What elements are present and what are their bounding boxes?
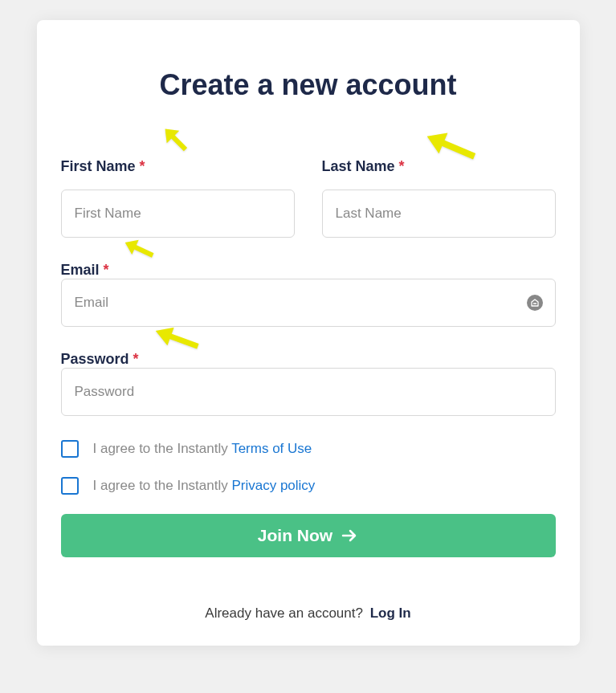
last-name-label: Last Name * <box>322 158 556 175</box>
footer: Already have an account? Log In <box>61 605 556 622</box>
password-label: Password * <box>61 351 139 367</box>
required-asterisk: * <box>104 262 109 278</box>
last-name-field: Last Name * <box>322 158 556 238</box>
terms-text: I agree to the Instantly Terms of Use <box>93 441 312 457</box>
terms-checkbox-row: I agree to the Instantly Terms of Use <box>61 440 556 458</box>
last-name-input[interactable] <box>322 190 556 238</box>
arrow-right-icon <box>341 527 358 544</box>
email-input-wrap <box>61 279 556 327</box>
annotation-arrow-icon <box>156 120 196 160</box>
required-asterisk: * <box>140 158 145 174</box>
first-name-field: First Name * <box>61 158 295 238</box>
privacy-checkbox-row: I agree to the Instantly Privacy policy <box>61 477 556 495</box>
password-input[interactable] <box>61 368 556 416</box>
privacy-checkbox[interactable] <box>61 477 79 495</box>
privacy-link[interactable]: Privacy policy <box>231 478 315 493</box>
email-input[interactable] <box>61 279 556 327</box>
terms-link[interactable]: Terms of Use <box>231 441 312 456</box>
terms-checkbox[interactable] <box>61 440 79 458</box>
password-field: Password * <box>61 351 556 416</box>
join-now-button[interactable]: Join Now <box>61 514 556 557</box>
first-name-label: First Name * <box>61 158 295 175</box>
required-asterisk: * <box>399 158 405 174</box>
signup-card: Create a new account First Name * <box>37 20 580 646</box>
email-field: Email * <box>61 262 556 327</box>
first-name-input[interactable] <box>61 190 295 238</box>
autofill-icon <box>527 295 543 311</box>
email-label: Email * <box>61 262 109 278</box>
login-link[interactable]: Log In <box>370 605 411 621</box>
name-row: First Name * Last Name * <box>61 158 556 238</box>
privacy-text: I agree to the Instantly Privacy policy <box>93 478 316 494</box>
required-asterisk: * <box>133 351 139 367</box>
page-title: Create a new account <box>61 68 556 102</box>
